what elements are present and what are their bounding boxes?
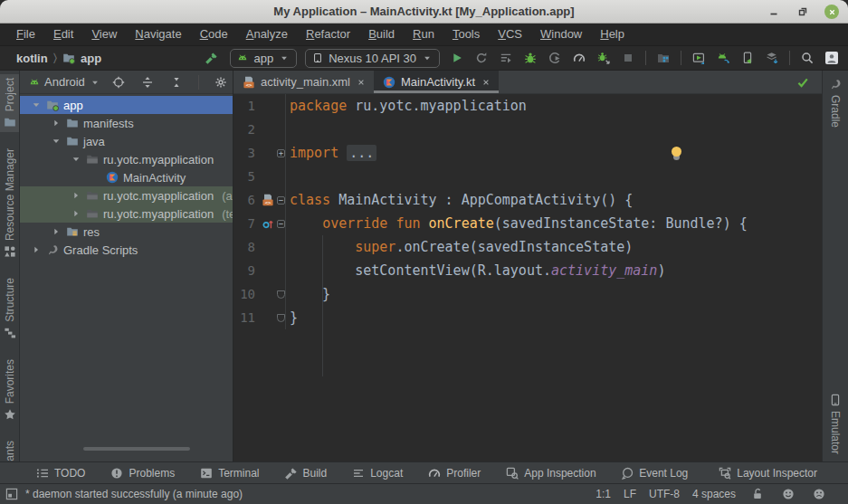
line-ending[interactable]: LF bbox=[624, 488, 636, 500]
fold-minus-icon[interactable]: − bbox=[277, 196, 285, 204]
apply-code-changes-button[interactable] bbox=[497, 49, 515, 67]
code-line-1[interactable]: 1package ru.yotc.myapplication bbox=[233, 94, 822, 118]
profiler-button[interactable] bbox=[570, 49, 588, 67]
tree-chevron-down[interactable] bbox=[51, 136, 62, 147]
menu-file[interactable]: File bbox=[7, 24, 44, 45]
tree-chevron-right[interactable] bbox=[51, 118, 62, 128]
tool-stripe-emulator[interactable]: Emulator bbox=[823, 390, 848, 458]
code-line-2[interactable]: 2 bbox=[233, 118, 822, 141]
tool-window-button-problems[interactable]: Problems bbox=[107, 467, 178, 480]
tool-stripe-project[interactable]: Project bbox=[0, 74, 19, 132]
tool-window-button-layout-inspector[interactable]: Layout Inspector bbox=[715, 467, 821, 480]
apply-changes-button[interactable] bbox=[472, 49, 491, 67]
tool-stripe-structure[interactable]: Structure bbox=[0, 274, 19, 343]
line-number[interactable]: 5 bbox=[233, 165, 255, 188]
code-line-7[interactable]: 7− override fun onCreate(savedInstanceSt… bbox=[233, 212, 822, 235]
indent-style[interactable]: 4 spaces bbox=[692, 488, 736, 500]
tool-stripe-resource-manager[interactable]: Resource Manager bbox=[0, 145, 19, 262]
fold-marker[interactable] bbox=[277, 306, 286, 329]
code-line-11[interactable]: 11} bbox=[233, 306, 822, 329]
settings-button[interactable] bbox=[212, 73, 230, 91]
run-button[interactable] bbox=[448, 49, 466, 67]
debug-button[interactable] bbox=[521, 49, 539, 67]
menu-tools[interactable]: Tools bbox=[443, 24, 489, 45]
menu-view[interactable]: View bbox=[82, 24, 126, 45]
menu-edit[interactable]: Edit bbox=[44, 24, 82, 45]
tool-stripe-favorites[interactable]: Favorites bbox=[0, 356, 19, 424]
menu-code[interactable]: Code bbox=[191, 24, 237, 45]
running-devices-button[interactable] bbox=[690, 49, 708, 67]
tree-chevron-right[interactable] bbox=[71, 208, 81, 219]
tree-chevron-right[interactable] bbox=[51, 226, 62, 237]
collapse-all-button[interactable] bbox=[167, 73, 186, 91]
tool-window-button-terminal[interactable]: Terminal bbox=[196, 467, 262, 480]
tree-item-ru-yotc-myapplication[interactable]: ru.yotc.myapplication bbox=[20, 150, 233, 168]
line-number[interactable]: 7 bbox=[233, 212, 255, 235]
code-editor[interactable]: 1package ru.yotc.myapplication23+import … bbox=[233, 94, 822, 461]
line-number[interactable]: 10 bbox=[233, 282, 255, 306]
tree-item-res[interactable]: res bbox=[20, 223, 233, 241]
fold-end-icon[interactable] bbox=[277, 290, 285, 299]
menu-build[interactable]: Build bbox=[359, 24, 404, 45]
code-line-6[interactable]: 6<>−class MainActivity : AppCompatActivi… bbox=[233, 188, 822, 212]
project-view-selector[interactable]: Android bbox=[29, 75, 100, 89]
menu-analyze[interactable]: Analyze bbox=[237, 24, 297, 45]
code-line-10[interactable]: 10 } bbox=[233, 282, 822, 306]
editor-tab-mainactivity-kt[interactable]: MainActivity.kt bbox=[374, 71, 499, 93]
search-everywhere-button[interactable] bbox=[798, 49, 816, 67]
editor-tab-activity-main-xml[interactable]: <>activity_main.xml bbox=[233, 71, 374, 93]
lock-open-icon[interactable] bbox=[748, 485, 767, 503]
menu-navigate[interactable]: Navigate bbox=[126, 24, 190, 45]
tool-window-button-todo[interactable]: TODO bbox=[33, 467, 89, 480]
device-manager-button[interactable] bbox=[654, 49, 672, 67]
tree-item-mainactivity[interactable]: MainActivity bbox=[20, 168, 233, 186]
close-tab-icon[interactable] bbox=[356, 77, 367, 88]
breadcrumb-module[interactable]: kotlin bbox=[16, 52, 48, 65]
code-line-5[interactable]: 5 bbox=[233, 165, 822, 188]
override-gutter-icon[interactable] bbox=[255, 212, 277, 235]
fold-minus-icon[interactable]: − bbox=[277, 220, 285, 228]
line-number[interactable]: 11 bbox=[233, 306, 255, 329]
make-project-button[interactable] bbox=[205, 52, 218, 64]
caret-position[interactable]: 1:1 bbox=[596, 488, 611, 500]
fold-marker[interactable]: − bbox=[277, 212, 286, 235]
inspections-ok-icon[interactable] bbox=[796, 76, 809, 89]
fold-plus-icon[interactable]: + bbox=[277, 149, 285, 157]
tree-item-manifests[interactable]: manifests bbox=[20, 114, 233, 132]
code-line-9[interactable]: 9 setContentView(R.layout.activity_main) bbox=[233, 259, 822, 282]
feedback-frown-icon[interactable] bbox=[810, 485, 828, 503]
line-number[interactable]: 2 bbox=[233, 118, 255, 141]
expand-all-button[interactable] bbox=[138, 73, 157, 91]
line-number[interactable]: 8 bbox=[233, 235, 255, 259]
fold-end-icon[interactable] bbox=[277, 314, 285, 322]
tree-chevron-right[interactable] bbox=[31, 244, 42, 255]
close-button[interactable] bbox=[824, 5, 839, 19]
fold-marker[interactable] bbox=[277, 282, 286, 306]
menu-vcs[interactable]: VCS bbox=[489, 24, 531, 45]
intention-bulb-icon[interactable] bbox=[672, 147, 681, 157]
tree-chevron-right[interactable] bbox=[71, 190, 81, 201]
tree-item-app[interactable]: app bbox=[20, 96, 233, 114]
breadcrumb-target[interactable]: app bbox=[81, 52, 101, 65]
menu-refactor[interactable]: Refactor bbox=[297, 24, 359, 45]
run-configuration-dropdown[interactable]: app bbox=[230, 49, 297, 68]
attach-debugger-button[interactable] bbox=[595, 49, 613, 67]
locate-file-button[interactable] bbox=[110, 73, 128, 91]
restore-button[interactable] bbox=[796, 5, 810, 19]
tool-window-button-event-log[interactable]: Event Log bbox=[617, 467, 691, 480]
code-line-8[interactable]: 8 super.onCreate(savedInstanceState) bbox=[233, 235, 822, 259]
feedback-smile-icon[interactable] bbox=[779, 485, 797, 503]
tree-item-ru-yotc-myapplication-tes[interactable]: ru.yotc.myapplication(tes bbox=[20, 204, 233, 223]
tree-item-gradle-scripts[interactable]: Gradle Scripts bbox=[20, 241, 233, 259]
tool-stripe-build-variants[interactable]: Build Variants bbox=[0, 437, 19, 461]
user-avatar[interactable] bbox=[823, 49, 841, 67]
xmlfile-gutter-icon[interactable]: <> bbox=[255, 188, 277, 212]
menu-window[interactable]: Window bbox=[531, 24, 591, 45]
fold-marker[interactable]: − bbox=[277, 188, 286, 212]
tool-window-button-profiler[interactable]: Profiler bbox=[424, 467, 484, 480]
tool-window-switcher-icon[interactable] bbox=[5, 488, 18, 500]
tree-item-ru-yotc-myapplication-and[interactable]: ru.yotc.myapplication(and bbox=[20, 186, 233, 204]
tree-chevron-down[interactable] bbox=[71, 154, 81, 165]
tree-horizontal-scrollbar[interactable] bbox=[83, 447, 190, 451]
sdk-manager-button[interactable] bbox=[763, 49, 781, 67]
